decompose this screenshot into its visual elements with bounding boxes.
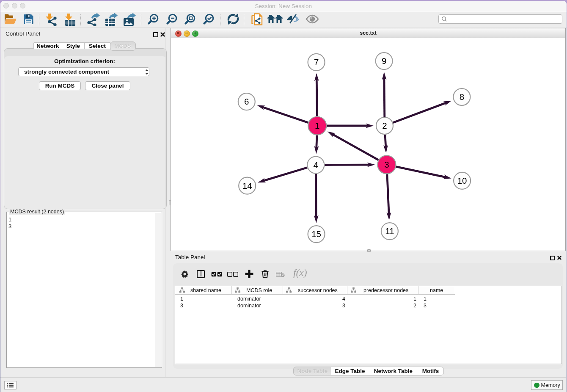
svg-text:1: 1 bbox=[315, 121, 319, 130]
svg-text:3: 3 bbox=[384, 160, 389, 169]
svg-text:8: 8 bbox=[460, 92, 464, 102]
svg-text:11: 11 bbox=[385, 226, 394, 236]
svg-text:9: 9 bbox=[382, 56, 386, 66]
svg-text:10: 10 bbox=[457, 176, 467, 185]
svg-text:15: 15 bbox=[311, 229, 321, 239]
svg-text:6: 6 bbox=[244, 97, 249, 106]
svg-text:7: 7 bbox=[314, 57, 319, 67]
svg-text:4: 4 bbox=[314, 160, 318, 170]
svg-text:2: 2 bbox=[382, 121, 387, 130]
svg-text:14: 14 bbox=[242, 181, 252, 190]
